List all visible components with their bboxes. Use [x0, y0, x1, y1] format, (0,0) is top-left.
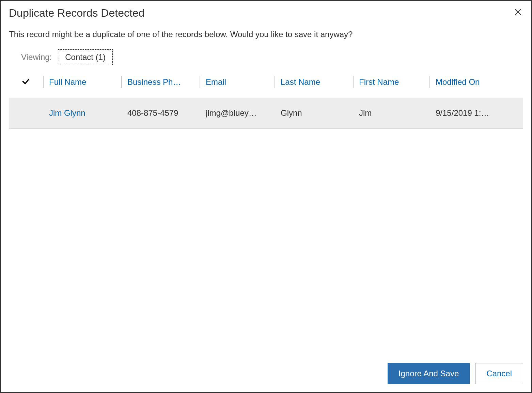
dialog-header: Duplicate Records Detected [1, 1, 531, 23]
column-label: First Name [359, 77, 399, 87]
column-divider [121, 76, 122, 88]
cell-value: 9/15/2019 1:… [436, 108, 489, 118]
column-header-email[interactable]: Email [200, 73, 275, 91]
column-header-business-phone[interactable]: Business Ph… [121, 73, 200, 91]
column-label: Full Name [49, 77, 86, 87]
cell-email: jimg@bluey… [200, 108, 275, 118]
cell-firstname: Jim [353, 108, 429, 118]
column-header-firstname[interactable]: First Name [353, 73, 429, 91]
viewing-row: Viewing: Contact (1) [1, 49, 531, 73]
viewing-label: Viewing: [21, 52, 52, 62]
cell-lastname: Glynn [275, 108, 353, 118]
column-label: Email [206, 77, 226, 87]
duplicate-records-dialog: Duplicate Records Detected This record m… [0, 0, 532, 393]
column-divider [200, 76, 200, 88]
column-label: Last Name [281, 77, 320, 87]
column-divider [353, 76, 354, 88]
fullname-link[interactable]: Jim Glynn [49, 108, 85, 118]
column-header-modified-on[interactable]: Modified On [429, 73, 523, 91]
viewing-tab-contact[interactable]: Contact (1) [58, 49, 113, 65]
column-label: Business Ph… [127, 77, 181, 87]
grid: Full Name Business Ph… Email Last Name F… [1, 73, 531, 129]
column-divider [429, 76, 430, 88]
column-label: Modified On [436, 77, 480, 87]
cell-value: Jim [359, 108, 372, 118]
cell-value: 408-875-4579 [127, 108, 178, 118]
close-button[interactable] [513, 7, 523, 18]
table-row[interactable]: Jim Glynn 408-875-4579 jimg@bluey… Glynn… [9, 98, 523, 128]
column-header-lastname[interactable]: Last Name [275, 73, 353, 91]
dialog-title: Duplicate Records Detected [9, 7, 144, 19]
cell-modified-on: 9/15/2019 1:… [429, 108, 523, 118]
cell-value: jimg@bluey… [206, 108, 257, 118]
cell-business-phone: 408-875-4579 [121, 108, 200, 118]
column-divider [43, 76, 44, 88]
column-header-fullname[interactable]: Full Name [43, 73, 121, 91]
dialog-footer: Ignore And Save Cancel [1, 363, 531, 392]
column-divider [275, 76, 275, 88]
dialog-message: This record might be a duplicate of one … [1, 23, 531, 49]
cell-fullname[interactable]: Jim Glynn [43, 108, 121, 118]
checkmark-icon [21, 77, 30, 87]
ignore-and-save-button[interactable]: Ignore And Save [388, 363, 470, 384]
column-header-select[interactable] [9, 73, 43, 91]
close-icon [514, 11, 522, 17]
grid-header-row: Full Name Business Ph… Email Last Name F… [9, 73, 523, 92]
cancel-button[interactable]: Cancel [475, 363, 523, 384]
cell-value: Glynn [281, 108, 302, 118]
grid-divider [9, 128, 523, 129]
